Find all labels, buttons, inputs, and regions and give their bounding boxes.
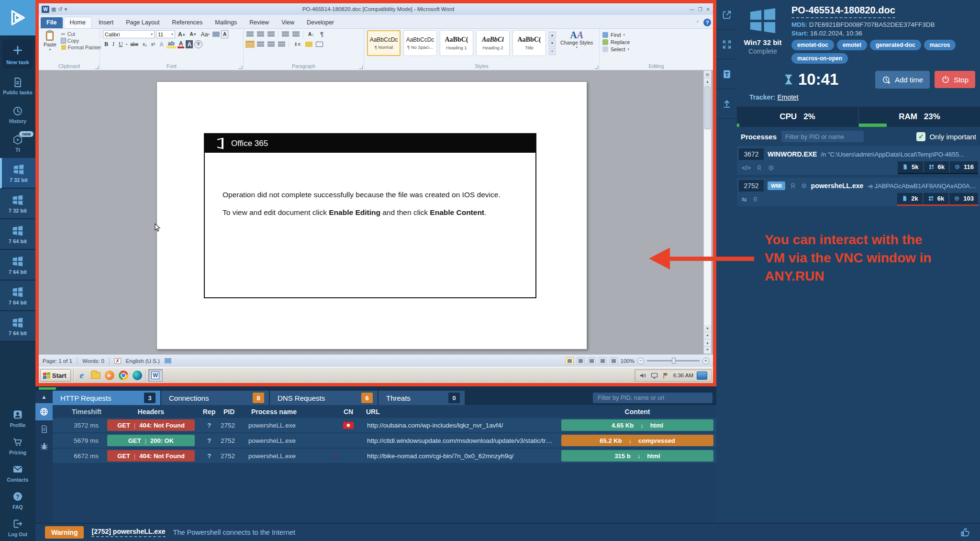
zoom-level[interactable]: 100%	[621, 358, 635, 364]
tab-page-layout[interactable]: Page Layout	[120, 17, 165, 28]
undo-icon[interactable]: ↺	[58, 6, 62, 12]
align-left-icon[interactable]	[246, 42, 254, 47]
tag[interactable]: emotet-doc	[791, 40, 834, 50]
collapse-panel-button[interactable]: ▲	[35, 391, 53, 403]
sample-filename[interactable]: PO-465514-180820.doc	[791, 5, 895, 18]
content-badge[interactable]: 65.2 Kb↓compressed	[561, 435, 713, 446]
sidebar-item-public-tasks[interactable]: Public tasks	[0, 72, 35, 101]
style-title[interactable]: AaBbC(Title	[512, 30, 546, 56]
sidebar-vm-win7-64-1[interactable]: 7 64 bit	[0, 219, 35, 250]
text-report-button[interactable]	[716, 59, 737, 89]
sidebar-vm-win7-32-2[interactable]: 7 32 bit	[0, 189, 35, 219]
vertical-scrollbar[interactable]: ▤ ▲ ▼ ⏶ ● ⏷	[703, 70, 712, 354]
sidebar-item-new-task[interactable]: New task	[2, 39, 33, 69]
page-indicator[interactable]: Page: 1 of 1	[43, 358, 72, 364]
shading-bucket-icon[interactable]	[305, 42, 312, 47]
start-button[interactable]: Start	[40, 369, 71, 382]
events-stat[interactable]: 103	[949, 193, 978, 204]
tag[interactable]: generated-doc	[870, 40, 921, 50]
increase-indent-icon[interactable]	[292, 32, 300, 37]
network-filter-input[interactable]	[593, 393, 713, 403]
change-styles-button[interactable]: AA Change Styles ▾	[558, 30, 595, 49]
style-heading1[interactable]: AaBbC(Heading 1	[440, 30, 473, 56]
minimize-button[interactable]: —	[690, 7, 694, 12]
superscript-button[interactable]: x²	[150, 40, 156, 48]
grow-font-button[interactable]: A▲	[177, 30, 187, 38]
decrease-indent-icon[interactable]	[282, 32, 289, 37]
threats-view-button[interactable]	[35, 438, 53, 455]
underline-button[interactable]: U	[117, 40, 124, 48]
select-browse-object-button[interactable]: ●	[704, 339, 711, 347]
process-filter-input[interactable]	[781, 131, 864, 142]
zoom-slider[interactable]	[647, 360, 700, 361]
word-count[interactable]: Words: 0	[82, 358, 104, 364]
clipboard-dialog-launcher[interactable]	[95, 66, 99, 69]
styles-scroll-up[interactable]: ▲	[549, 32, 556, 39]
http-request-row[interactable]: 5679 ms GET|200: OK ? 2752 powersheLL.ex…	[53, 433, 716, 448]
files-stat[interactable]: 2k	[897, 193, 922, 204]
multilevel-list-icon[interactable]	[267, 32, 275, 37]
format-painter-button[interactable]: Format Painter	[61, 45, 101, 50]
styles-scroll-down[interactable]: ▼	[549, 40, 556, 47]
vnc-window[interactable]: W ▦ ↺ ▾ PO-465514-180820.doc [Compatibil…	[35, 0, 716, 386]
restore-button[interactable]: ❐	[698, 7, 702, 12]
tab-http-requests[interactable]: HTTP Requests3	[53, 391, 160, 405]
enclose-characters-button[interactable]: 字	[194, 40, 202, 48]
tab-dns-requests[interactable]: DNS Requests6	[270, 391, 378, 405]
show-marks-button[interactable]: ¶	[319, 30, 325, 38]
thumbs-up-icon[interactable]	[960, 527, 970, 538]
scroll-down-button[interactable]: ▼	[704, 325, 711, 332]
url-value[interactable]: http://bike-nomad.com/cgi-bin/7n_0x0_62m…	[363, 452, 558, 460]
change-case-button[interactable]: Aa▾	[200, 30, 211, 38]
highlight-button[interactable]: ab	[167, 40, 176, 48]
font-family-combobox[interactable]: Calibri▾	[103, 30, 155, 38]
text-effects-button[interactable]: A	[158, 40, 165, 48]
sidebar-vm-win7-64-3[interactable]: 7 64 bit	[0, 281, 35, 311]
justify-icon[interactable]	[278, 42, 285, 47]
tab-home[interactable]: Home	[64, 17, 92, 28]
folder-icon[interactable]	[90, 370, 101, 381]
sidebar-item-faq[interactable]: FAQ	[0, 486, 35, 514]
network-icon[interactable]	[650, 372, 658, 380]
tag[interactable]: macros-on-open	[791, 53, 848, 64]
speaker-icon[interactable]	[639, 372, 647, 380]
paste-button[interactable]: Paste ▾	[42, 30, 58, 53]
next-page-button[interactable]: ⏷	[704, 347, 711, 354]
warning-process-link[interactable]: [2752] powersheLL.exe	[91, 528, 165, 537]
url-value[interactable]: http://ctldl.windowsupdate.com/msdownloa…	[363, 437, 558, 444]
italic-button[interactable]: I	[111, 40, 116, 48]
fullscreen-button[interactable]	[716, 30, 737, 59]
process-row-powershell[interactable]: 2752 WMI powersheLL.exe -e JABPAGcAbwB1A…	[737, 178, 980, 206]
print-layout-view-button[interactable]	[566, 357, 574, 364]
borders-icon[interactable]	[316, 42, 323, 47]
tab-file[interactable]: File	[41, 17, 63, 28]
shading-button[interactable]: A	[186, 40, 193, 48]
tab-view[interactable]: View	[276, 17, 300, 28]
language-indicator[interactable]: English (U.S.)	[126, 358, 160, 364]
content-badge[interactable]: 315 b↓html	[561, 450, 713, 462]
sidebar-vm-win7-64-4[interactable]: 7 64 bit	[0, 311, 35, 342]
find-button[interactable]: Find▾	[602, 32, 710, 38]
save-icon[interactable]: ▦	[51, 6, 56, 12]
close-button[interactable]: ✕	[706, 7, 710, 12]
numbering-icon[interactable]	[257, 32, 264, 37]
stop-button[interactable]: Stop	[935, 71, 975, 88]
styles-dialog-launcher[interactable]	[595, 66, 598, 69]
spellcheck-icon[interactable]: ✗	[114, 358, 121, 364]
sidebar-vm-win7-64-2[interactable]: 7 64 bit	[0, 250, 35, 281]
upload-button[interactable]	[716, 89, 737, 119]
subscript-button[interactable]: x₂	[141, 40, 148, 48]
clear-formatting-icon[interactable]	[212, 32, 220, 37]
fullscreen-reading-view-button[interactable]	[577, 357, 585, 364]
document-page[interactable]: Office 365 Operation did not complete su…	[156, 81, 587, 349]
sidebar-item-contacts[interactable]: Contacts	[0, 459, 35, 486]
files-view-button[interactable]	[35, 420, 53, 438]
character-border-button[interactable]: A	[221, 30, 228, 38]
zoom-out-button[interactable]: −	[637, 358, 644, 364]
action-center-flag-icon[interactable]	[662, 372, 670, 380]
sidebar-item-ti[interactable]: new TI	[0, 129, 35, 158]
files-stat[interactable]: 5k	[898, 161, 923, 173]
tab-review[interactable]: Review	[244, 17, 275, 28]
select-button[interactable]: Select▾	[602, 46, 710, 52]
internet-explorer-icon[interactable]: e	[76, 370, 88, 381]
